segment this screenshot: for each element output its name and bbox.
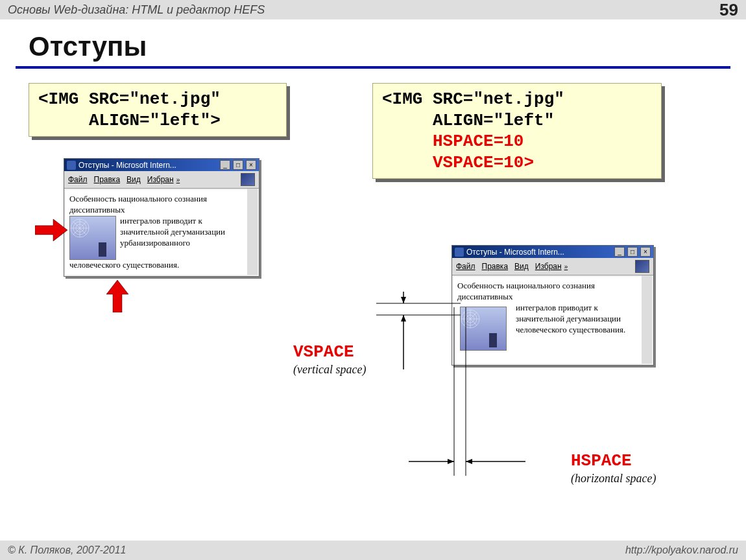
chevron-icon[interactable]: » bbox=[564, 263, 568, 270]
minimize-button[interactable]: _ bbox=[220, 160, 230, 170]
menu-edit[interactable]: Правка bbox=[94, 175, 121, 184]
code-example-left: <IMG SRC="net.jpg" ALIGN="left"> bbox=[29, 83, 287, 137]
hspace-label: HSPACE bbox=[571, 451, 632, 471]
browser-window-left: Отступы - Microsoft Intern... _ □ × Файл… bbox=[64, 158, 259, 277]
ie-icon bbox=[455, 248, 464, 257]
footer-url: http://kpolyakov.narod.ru bbox=[625, 544, 738, 556]
window-titlebar: Отступы - Microsoft Intern... _ □ × bbox=[452, 246, 653, 258]
code-example-right: <IMG SRC="net.jpg" ALIGN="left" HSPACE=1… bbox=[372, 83, 662, 179]
window-content: Особенность национального сознания дисси… bbox=[66, 190, 258, 275]
ie-throbber-icon bbox=[635, 260, 649, 273]
window-menubar: Файл Правка Вид Избран » bbox=[452, 258, 653, 275]
menu-view[interactable]: Вид bbox=[514, 262, 529, 271]
hspace-dimension-icon bbox=[409, 307, 525, 489]
maximize-button[interactable]: □ bbox=[233, 160, 243, 170]
content-image bbox=[69, 216, 116, 260]
arrow-up-icon bbox=[106, 280, 128, 312]
vspace-sublabel: (vertical space) bbox=[293, 363, 366, 377]
arrow-left-icon bbox=[35, 219, 67, 241]
content-text-top: Особенность национального сознания дисси… bbox=[457, 281, 638, 303]
close-button[interactable]: × bbox=[640, 247, 651, 257]
menu-file[interactable]: Файл bbox=[68, 175, 88, 184]
content-text-top: Особенность национального сознания дисси… bbox=[69, 194, 245, 216]
minimize-button[interactable]: _ bbox=[614, 247, 625, 257]
menu-edit[interactable]: Правка bbox=[482, 262, 509, 271]
ie-throbber-icon bbox=[241, 173, 255, 186]
page-title: Отступы bbox=[0, 19, 746, 66]
menu-favorites[interactable]: Избран bbox=[535, 262, 562, 271]
header-title: Основы Web-дизайна: HTML и редактор HEFS bbox=[8, 3, 265, 17]
window-titlebar: Отступы - Microsoft Intern... _ □ × bbox=[64, 159, 259, 171]
page-number: 59 bbox=[719, 0, 738, 20]
hspace-sublabel: (horizontal space) bbox=[571, 472, 656, 485]
vspace-label: VSPACE bbox=[293, 342, 354, 362]
menu-file[interactable]: Файл bbox=[456, 262, 475, 271]
content-text-bottom: человеческого существования. bbox=[69, 260, 245, 271]
header-bar: Основы Web-дизайна: HTML и редактор HEFS… bbox=[0, 0, 746, 19]
scrollbar[interactable] bbox=[247, 189, 258, 275]
footer-bar: © К. Поляков, 2007-2011 http://kpolyakov… bbox=[0, 541, 746, 560]
window-menubar: Файл Правка Вид Избран » bbox=[64, 171, 259, 189]
ie-icon bbox=[67, 161, 76, 170]
title-underline bbox=[16, 66, 730, 69]
content-text-side: интегралов приводит к значительной дегум… bbox=[516, 303, 638, 355]
window-title: Отступы - Microsoft Intern... bbox=[78, 161, 176, 170]
close-button[interactable]: × bbox=[246, 160, 256, 170]
window-title: Отступы - Microsoft Intern... bbox=[466, 248, 564, 257]
menu-view[interactable]: Вид bbox=[126, 175, 141, 184]
svg-rect-7 bbox=[99, 242, 106, 257]
chevron-icon[interactable]: » bbox=[176, 176, 180, 183]
scrollbar[interactable] bbox=[642, 275, 652, 364]
menu-favorites[interactable]: Избран bbox=[147, 175, 174, 184]
copyright-text: © К. Поляков, 2007-2011 bbox=[8, 544, 126, 556]
content-text-side: интегралов приводит к значительной дегум… bbox=[120, 216, 245, 260]
maximize-button[interactable]: □ bbox=[627, 247, 638, 257]
